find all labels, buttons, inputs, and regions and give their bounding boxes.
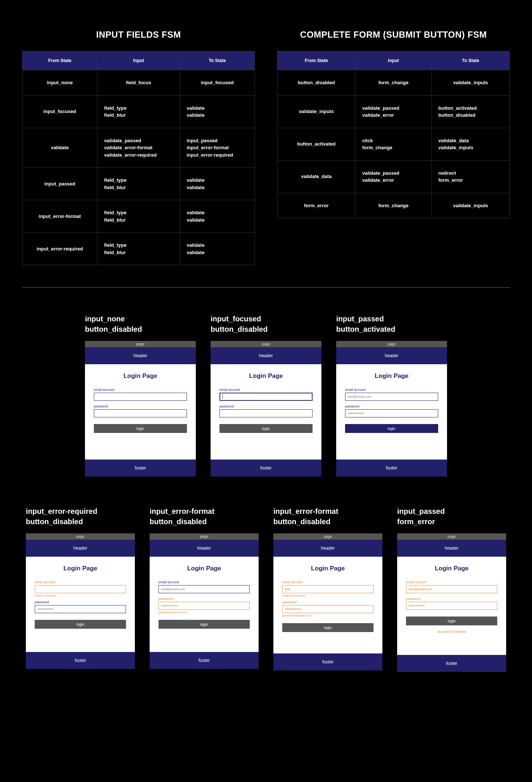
- table-cell: button_activatedbutton_disabled: [432, 95, 509, 128]
- form-body: Login Pageemail accountpasswordlogin: [85, 364, 196, 449]
- table-cell: field_typefield_blur: [97, 168, 180, 200]
- email-input[interactable]: [94, 393, 187, 401]
- table-cell: validate: [23, 128, 98, 168]
- table-cell: validatevalidate: [180, 95, 255, 128]
- email-input[interactable]: test: [282, 585, 374, 593]
- table-row: form_errorform_changevalidate_inputs: [277, 193, 510, 218]
- col-to: To State: [432, 51, 509, 70]
- gap: [26, 642, 135, 652]
- page-bar: page: [85, 341, 196, 347]
- form-title: Login Page: [406, 565, 497, 572]
- password-input[interactable]: ••••••••••••••: [282, 605, 374, 613]
- login-button[interactable]: login: [345, 424, 438, 433]
- password-input[interactable]: ••••••••••••••: [35, 605, 126, 613]
- col-to: To State: [180, 51, 255, 70]
- email-input[interactable]: [219, 393, 313, 401]
- page-bar: page: [336, 341, 447, 347]
- email-label: email account: [219, 388, 313, 392]
- header-bar: header: [85, 347, 196, 364]
- table-cell: form_error: [277, 193, 355, 218]
- table-row: input_passedfield_typefield_blurvalidate…: [23, 168, 255, 200]
- login-page-mockup: pageheaderLogin Pageemail accounttest@em…: [150, 533, 259, 669]
- email-input[interactable]: [35, 585, 126, 593]
- table-cell: validatevalidate: [180, 200, 255, 233]
- footer-bar: footer: [273, 653, 382, 670]
- mockup-column: input_passedbutton_activatedpageheaderLo…: [336, 314, 447, 477]
- table-cell: input_error-format: [23, 200, 98, 233]
- page-bar: page: [397, 533, 506, 540]
- login-button[interactable]: login: [219, 424, 313, 433]
- form-error-msg: account not existed: [406, 630, 497, 634]
- table-row: input_focusedfield_typefield_blurvalidat…: [23, 95, 255, 128]
- form-body: Login Pageemail accounttest@email.compas…: [397, 557, 506, 645]
- table-cell: validatevalidate: [180, 168, 255, 200]
- email-error-msg: email format error: [282, 594, 374, 597]
- table-row: input_error-requiredfield_typefield_blur…: [23, 233, 255, 265]
- mockup-state-labels: input_nonebutton_disabled: [85, 314, 196, 334]
- gap: [150, 642, 259, 652]
- password-input[interactable]: ••••••••••••••: [158, 602, 250, 610]
- password-input[interactable]: ••••••••••••••: [406, 602, 497, 610]
- header-bar: header: [211, 347, 321, 364]
- header-bar: header: [397, 540, 506, 557]
- table-cell: validate_passedvalidate_error: [355, 160, 432, 193]
- table-row: input_nonefield_focusinput_focused: [23, 70, 255, 96]
- col-input: Input: [355, 51, 432, 70]
- login-button[interactable]: login: [94, 424, 187, 433]
- password-label: password: [219, 404, 313, 408]
- email-input[interactable]: test@email.com: [406, 585, 497, 593]
- page-bar: page: [211, 341, 321, 347]
- table-cell: validate_datavalidate_inputs: [432, 128, 509, 160]
- login-button[interactable]: login: [158, 620, 250, 629]
- login-button[interactable]: login: [282, 623, 374, 632]
- fsm-tables-row: INPUT FIELDS FSM From State Input To Sta…: [22, 30, 510, 265]
- email-label: email account: [406, 580, 497, 584]
- footer-bar: footer: [150, 652, 259, 669]
- email-input[interactable]: test@email.com: [158, 585, 250, 593]
- login-page-mockup: pageheaderLogin Pageemail accountpasswor…: [211, 341, 321, 477]
- email-label: email account: [94, 388, 187, 392]
- login-button[interactable]: login: [406, 617, 497, 625]
- header-bar: header: [336, 347, 447, 364]
- form-body: Login Pageemail accounttestemail format …: [273, 557, 382, 643]
- input-fields-fsm-block: INPUT FIELDS FSM From State Input To Sta…: [22, 30, 255, 265]
- table-row: input_error-formatfield_typefield_blurva…: [23, 200, 255, 233]
- form-body: Login Pageemail accountemail is required…: [26, 557, 135, 642]
- table-cell: clickform_change: [355, 128, 432, 160]
- table-row: button_disabledform_changevalidate_input…: [277, 70, 510, 96]
- section-divider: [22, 287, 510, 288]
- mockups-row-1: input_nonebutton_disabledpageheaderLogin…: [22, 314, 510, 477]
- password-label: password: [94, 404, 187, 408]
- table-cell: validate_inputs: [432, 193, 509, 218]
- form-title: Login Page: [345, 372, 438, 380]
- table-row: validate_datavalidate_passedvalidate_err…: [277, 160, 510, 193]
- mockup-column: input_error-formatbutton_disabledpagehea…: [150, 506, 259, 672]
- gap: [397, 645, 506, 655]
- table-cell: input_passed: [23, 168, 98, 200]
- table-cell: input_focused: [180, 70, 255, 96]
- header-bar: header: [26, 540, 135, 557]
- table-cell: field_focus: [97, 70, 180, 96]
- email-label: email account: [345, 388, 438, 392]
- col-from: From State: [23, 51, 98, 70]
- email-label: email account: [158, 580, 250, 584]
- email-input[interactable]: test@email.com: [345, 393, 438, 401]
- header-bar: header: [150, 540, 259, 557]
- password-input[interactable]: ••••••••••••••: [345, 409, 438, 417]
- gap: [336, 449, 447, 460]
- login-page-mockup: pageheaderLogin Pageemail accounttestema…: [273, 533, 382, 670]
- table-cell: field_typefield_blur: [97, 233, 180, 265]
- login-button[interactable]: login: [35, 620, 126, 629]
- password-label: password: [406, 597, 497, 601]
- table-cell: form_change: [355, 193, 432, 218]
- table-cell: input_none: [23, 70, 98, 96]
- password-input[interactable]: [219, 409, 313, 417]
- password-label: password: [282, 600, 374, 604]
- login-page-mockup: pageheaderLogin Pageemail accountpasswor…: [85, 341, 196, 477]
- table-row: validatevalidate_passedvalidate_error-fo…: [23, 128, 255, 168]
- password-input[interactable]: [94, 409, 187, 417]
- password-label: password: [345, 404, 438, 408]
- form-body: Login Pageemail accounttest@email.compas…: [336, 364, 447, 449]
- password-label: password: [158, 597, 250, 601]
- header-bar: header: [273, 540, 382, 557]
